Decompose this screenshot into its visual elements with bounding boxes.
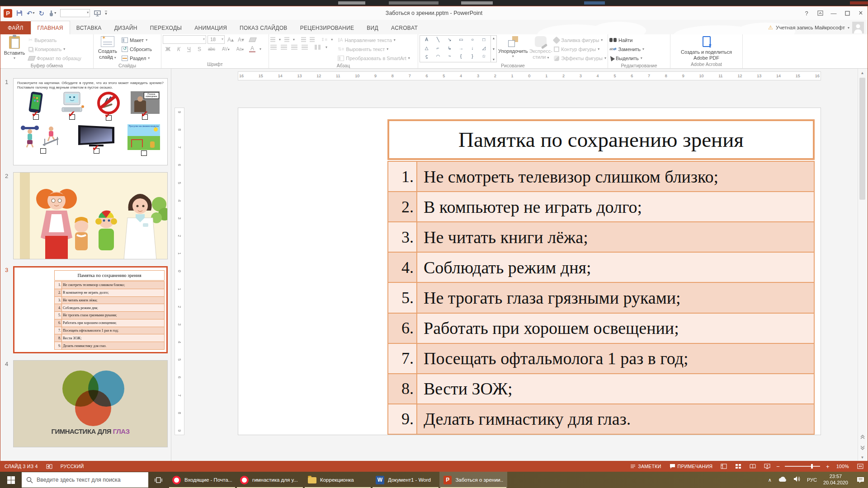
taskbar-search[interactable]: Введите здесь текст для поиска (22, 472, 148, 488)
memo-row-text[interactable]: Соблюдать режим дня; (417, 253, 814, 282)
taskbar-app-folder[interactable]: Коррекционка (304, 472, 372, 488)
shape-icon[interactable]: ▭ (455, 36, 467, 45)
bullets-icon[interactable] (270, 37, 275, 42)
shape-icon[interactable]: A (421, 36, 432, 45)
previous-slide-button[interactable] (858, 432, 867, 442)
ribbon-tab[interactable]: ВСТАВКА (70, 21, 108, 34)
onedrive-icon[interactable] (778, 476, 787, 484)
shape-icon[interactable]: ☆ (478, 53, 490, 61)
fit-to-window-button[interactable] (853, 461, 868, 472)
gallery-more-icon[interactable]: ▼ (492, 58, 495, 61)
bold-button[interactable]: Ж (164, 46, 172, 52)
ribbon-tab[interactable]: ГЛАВНАЯ (31, 21, 70, 34)
checkbox[interactable]: ✔ (142, 114, 148, 120)
ribbon-tab[interactable]: АНИМАЦИЯ (188, 21, 233, 34)
text-direction-button[interactable]: ⫼AНаправление текста▾ (338, 36, 410, 44)
ribbon-tab[interactable]: ПОКАЗ СЛАЙДОВ (233, 21, 294, 34)
avatar[interactable] (852, 22, 864, 33)
taskbar-app-opera-gym[interactable]: гимнастика для у... (236, 472, 304, 488)
format-painter-button[interactable]: Формат по образцу (28, 54, 81, 62)
slide-thumbnail-2[interactable] (13, 172, 168, 259)
memo-row-number[interactable]: 1. (388, 162, 416, 191)
smartart-button[interactable]: Преобразовать в SmartArt▾ (338, 54, 410, 62)
zoom-in-button[interactable]: + (823, 461, 832, 472)
taskbar-app-powerpoint[interactable]: P Заботься о зрении... (439, 472, 507, 488)
memo-row-number[interactable]: 5. (388, 283, 416, 312)
minimize-button[interactable]: — (827, 6, 840, 20)
memo-row-text[interactable]: Вести ЗОЖ; (417, 374, 814, 404)
action-center-button[interactable] (853, 472, 868, 488)
checkbox[interactable]: ✔ (33, 114, 39, 120)
replace-button[interactable]: ab⇄Заменить▾ (609, 45, 644, 53)
shape-icon[interactable]: ϛ (421, 53, 432, 61)
language-indicator[interactable]: РУССКИЙ (57, 461, 88, 472)
shape-icon[interactable]: → (455, 45, 467, 53)
shape-outline-button[interactable]: Контур фигуры▾ (554, 45, 606, 53)
ribbon-tab[interactable]: ПЕРЕХОДЫ (144, 21, 188, 34)
decrease-indent-icon[interactable] (301, 37, 306, 42)
copy-button[interactable]: Копировать▾ (28, 45, 81, 53)
shape-icon[interactable]: ~ (444, 53, 455, 61)
memo-row-number[interactable]: 8. (388, 374, 416, 404)
checkbox[interactable]: ✔ (106, 115, 112, 121)
maximize-button[interactable] (840, 6, 854, 20)
memo-row-text[interactable]: Не смотреть телевизор слишком близко; (417, 162, 814, 191)
justify-icon[interactable] (302, 45, 308, 50)
memo-row-text[interactable]: В компьютер не играть долго; (417, 192, 814, 221)
chevron-down-icon[interactable]: ▾ (259, 47, 261, 51)
increase-indent-icon[interactable] (310, 37, 315, 42)
clear-formatting-icon[interactable] (249, 38, 257, 42)
ribbon-tab[interactable]: ДИЗАЙН (108, 21, 144, 34)
underline-button[interactable]: Ч (186, 46, 192, 52)
tab-file[interactable]: ФАЙЛ (0, 21, 31, 34)
shape-icon[interactable]: ○ (467, 36, 478, 45)
increase-font-icon[interactable]: A▴ (226, 37, 235, 43)
shape-icon[interactable]: ⌐ (432, 45, 443, 53)
vertical-scrollbar[interactable]: ▲ ▼ (858, 69, 867, 461)
account-area[interactable]: ⚠ Учетная запись Майкрософт ▾ (768, 22, 864, 33)
shape-icon[interactable]: △ (421, 45, 432, 53)
shape-icon[interactable]: } (467, 53, 478, 61)
scroll-up-icon[interactable]: ▲ (858, 69, 867, 77)
strikethrough-button[interactable]: abc (207, 47, 217, 52)
customize-qat-icon[interactable]: ▾ (105, 11, 107, 16)
comments-toggle[interactable]: ПРИМЕЧАНИЯ (665, 461, 717, 472)
clock[interactable]: 23:57 20.04.2020 (823, 474, 848, 486)
notes-toggle[interactable]: ЗАМЕТКИ (626, 461, 665, 472)
language-indicator[interactable]: РУС (807, 477, 817, 483)
volume-icon[interactable] (793, 476, 801, 484)
numbering-icon[interactable] (284, 37, 289, 42)
align-right-icon[interactable] (291, 45, 297, 50)
checkbox[interactable]: ✔ (69, 114, 75, 120)
next-slide-button[interactable] (858, 442, 867, 453)
section-button[interactable]: Раздел▾ (122, 54, 152, 62)
slideshow-icon[interactable] (94, 10, 101, 16)
memo-row-number[interactable]: 7. (388, 344, 416, 373)
ribbon-display-options-icon[interactable] (813, 6, 827, 20)
spell-check-icon[interactable] (42, 461, 57, 472)
shape-icon[interactable]: { (455, 53, 467, 61)
normal-view-button[interactable] (717, 461, 731, 472)
memo-row-number[interactable]: 9. (388, 404, 416, 434)
shape-fill-button[interactable]: Заливка фигуры▾ (554, 36, 606, 44)
start-button[interactable] (0, 472, 22, 488)
shape-icon[interactable]: ↓ (467, 45, 478, 53)
align-center-icon[interactable] (281, 45, 287, 50)
character-spacing-button[interactable]: AV▾ (221, 47, 231, 52)
taskbar-app-word[interactable]: W Документ1 - Word (372, 472, 439, 488)
ribbon-tab[interactable]: РЕЦЕНЗИРОВАНИЕ (294, 21, 361, 34)
checkbox[interactable]: ✔ (94, 148, 99, 154)
save-icon[interactable] (16, 10, 23, 16)
text-shadow-button[interactable]: S (196, 46, 203, 52)
layout-button[interactable]: Макет▾ (122, 36, 152, 44)
memo-row-text[interactable]: Не трогать глаза грязными руками; (417, 283, 814, 312)
decrease-font-icon[interactable]: A▾ (236, 37, 245, 43)
scrollbar-thumb[interactable] (859, 78, 865, 200)
change-case-button[interactable]: Aa▾ (235, 47, 245, 52)
shape-icon[interactable]: ↳ (444, 45, 455, 53)
create-pdf-button[interactable]: Создать и поделиться Adobe PDF (673, 35, 741, 61)
cut-button[interactable]: ✂Вырезать (28, 36, 81, 44)
align-left-icon[interactable] (270, 45, 277, 50)
select-button[interactable]: Выделить▾ (609, 54, 644, 62)
reading-view-button[interactable] (745, 461, 760, 472)
